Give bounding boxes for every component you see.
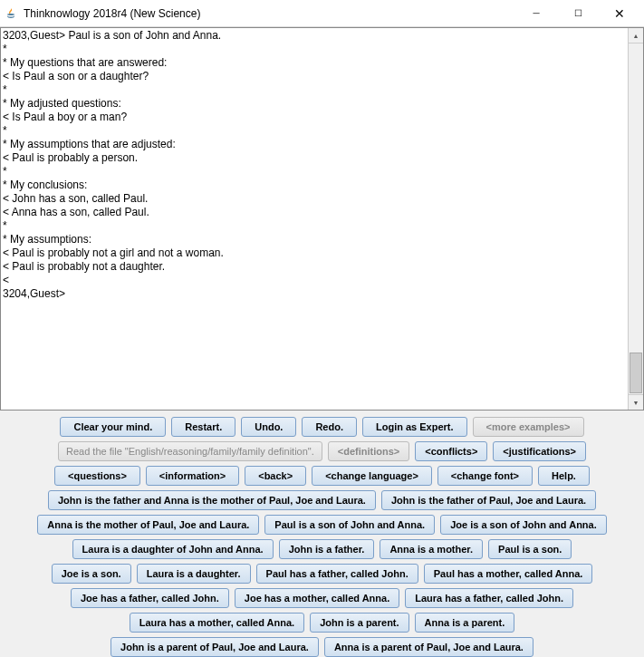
- window-title: Thinknowlogy 2018r4 (New Science): [24, 7, 515, 20]
- conflicts-button[interactable]: <conflicts>: [415, 441, 487, 461]
- example-button[interactable]: Paul is a son of John and Anna.: [264, 515, 435, 535]
- example-button[interactable]: John is the father and Anna is the mothe…: [48, 490, 376, 510]
- scroll-thumb[interactable]: [630, 353, 642, 393]
- example-button[interactable]: Anna is a mother.: [380, 539, 483, 559]
- example-button[interactable]: Paul is a son.: [488, 539, 572, 559]
- example-button[interactable]: Joe has a father, called John.: [71, 588, 229, 608]
- scrollbar[interactable]: ▲ ▼: [628, 28, 643, 410]
- minimize-button[interactable]: ─: [515, 0, 557, 27]
- scroll-up-button[interactable]: ▲: [629, 28, 643, 43]
- example-button[interactable]: Laura has a mother, called Anna.: [130, 613, 304, 633]
- justifications-button[interactable]: <justifications>: [493, 441, 586, 461]
- change-language-button[interactable]: <change language>: [312, 466, 432, 486]
- example-button[interactable]: John is a father.: [279, 539, 375, 559]
- scroll-down-button[interactable]: ▼: [629, 394, 643, 410]
- java-icon: [4, 6, 18, 21]
- example-button[interactable]: John is a parent.: [310, 613, 409, 633]
- redo-button[interactable]: Redo.: [302, 417, 357, 437]
- clear-button[interactable]: Clear your mind.: [60, 417, 166, 437]
- example-button[interactable]: John is the father of Paul, Joe and Laur…: [381, 490, 596, 510]
- example-button[interactable]: Laura is a daughter.: [137, 564, 251, 584]
- example-button[interactable]: Laura is a daughter of John and Anna.: [72, 539, 274, 559]
- close-button[interactable]: ✕: [599, 0, 640, 27]
- example-button[interactable]: Anna is a parent.: [415, 613, 515, 633]
- example-button[interactable]: Joe is a son of John and Anna.: [440, 515, 607, 535]
- help-button[interactable]: Help.: [538, 466, 590, 486]
- definitions-button: <definitions>: [328, 441, 409, 461]
- example-button[interactable]: Joe has a mother, called Anna.: [235, 588, 399, 608]
- read-file-button: Read the file "English/reasoning/family/…: [58, 441, 322, 461]
- console-pane: 3203,Guest> Paul is a son of John and An…: [0, 27, 644, 411]
- restart-button[interactable]: Restart.: [171, 417, 235, 437]
- example-button[interactable]: Joe is a son.: [52, 564, 131, 584]
- example-button[interactable]: Paul has a mother, called Anna.: [424, 564, 593, 584]
- undo-button[interactable]: Undo.: [241, 417, 296, 437]
- button-panel: Clear your mind. Restart. Undo. Redo. Lo…: [0, 411, 644, 657]
- title-bar: Thinknowlogy 2018r4 (New Science) ─ ☐ ✕: [0, 0, 644, 27]
- change-font-button[interactable]: <change font>: [437, 466, 533, 486]
- example-button[interactable]: Anna is the mother of Paul, Joe and Laur…: [37, 515, 259, 535]
- example-button[interactable]: Paul has a father, called John.: [256, 564, 418, 584]
- questions-button[interactable]: <questions>: [54, 466, 140, 486]
- back-button[interactable]: <back>: [245, 466, 306, 486]
- login-button[interactable]: Login as Expert.: [362, 417, 467, 437]
- example-button[interactable]: Laura has a father, called John.: [405, 588, 573, 608]
- console-text[interactable]: 3203,Guest> Paul is a son of John and An…: [1, 28, 628, 410]
- example-button[interactable]: John is a parent of Paul, Joe and Laura.: [111, 637, 319, 657]
- maximize-button[interactable]: ☐: [557, 0, 599, 27]
- example-button[interactable]: Anna is a parent of Paul, Joe and Laura.: [324, 637, 533, 657]
- more-examples-button: <more examples>: [473, 417, 584, 437]
- information-button[interactable]: <information>: [146, 466, 239, 486]
